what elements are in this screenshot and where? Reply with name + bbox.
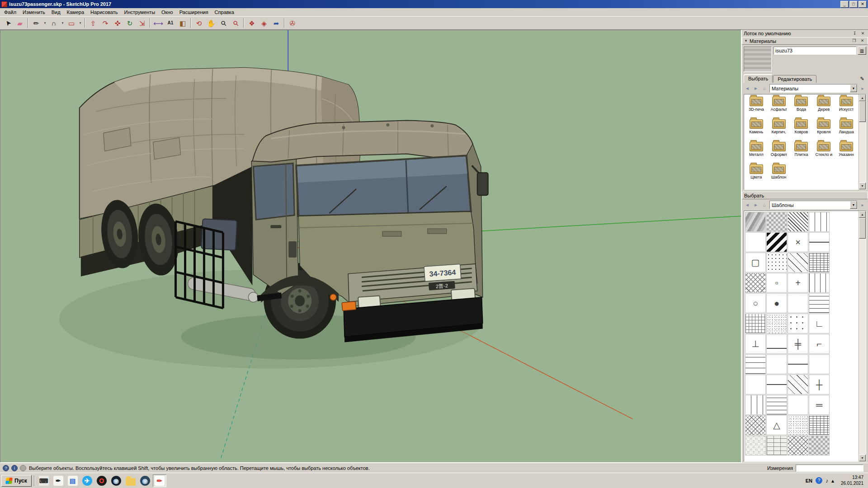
extension-tool-button[interactable]: ✇: [287, 18, 298, 29]
rectangle-dropdown-arrow[interactable]: ▾: [78, 18, 83, 29]
scale-tool-button[interactable]: ⇲: [136, 18, 148, 29]
patterns-scroll-up-icon[interactable]: ▲: [859, 211, 866, 218]
material-folder[interactable]: Вода: [790, 95, 813, 118]
hidden-icons-chevron[interactable]: ▴: [831, 478, 834, 484]
scroll-down-icon[interactable]: ▼: [859, 183, 866, 189]
menu-item-Нарисовать[interactable]: Нарисовать: [87, 9, 121, 16]
material-folder[interactable]: Металл: [745, 141, 768, 163]
notes-app-taskbar-button[interactable]: ▤: [66, 474, 80, 487]
select-tool-button[interactable]: ➤: [2, 18, 14, 29]
material-folder[interactable]: Шаблон: [768, 163, 790, 186]
materials-panel-header[interactable]: ▼ Материалы ❐ ✕: [742, 37, 868, 45]
pattern-swatch[interactable]: [809, 273, 830, 293]
start-button[interactable]: Пуск: [1, 475, 32, 487]
dropdown-arrow-icon[interactable]: ▼: [850, 84, 857, 92]
menu-item-Вид[interactable]: Вид: [48, 9, 64, 16]
pattern-swatch[interactable]: [766, 232, 787, 252]
material-folder[interactable]: Плитка: [790, 141, 813, 163]
arc-tool-button[interactable]: ∩: [48, 18, 60, 29]
orbit-tool-button[interactable]: ⟲: [193, 18, 205, 29]
info-status-icon[interactable]: i: [11, 465, 18, 471]
pattern-swatch[interactable]: ⌐: [809, 334, 830, 354]
menu-item-Файл[interactable]: Файл: [1, 9, 19, 16]
pattern-swatch[interactable]: ╪: [788, 334, 808, 354]
pattern-swatch[interactable]: [745, 436, 766, 455]
material-preview[interactable]: [744, 47, 772, 72]
eraser-tool-button[interactable]: ▰: [14, 18, 26, 29]
material-folder[interactable]: Ландша: [835, 118, 858, 141]
material-folder[interactable]: Искусст: [835, 95, 858, 118]
file-explorer-taskbar-button[interactable]: ⌨: [37, 474, 51, 487]
material-folder[interactable]: Кирпич,: [768, 118, 790, 141]
help-tray-icon[interactable]: ?: [816, 477, 822, 484]
pattern-swatch[interactable]: ⊥: [745, 334, 766, 354]
material-folder[interactable]: Асфальт: [768, 95, 790, 118]
pattern-swatch[interactable]: [788, 436, 808, 455]
select-panel-header[interactable]: Выбрать: [742, 192, 868, 199]
steam-2-taskbar-button[interactable]: ◉: [138, 474, 152, 487]
pattern-swatch[interactable]: +: [788, 273, 808, 293]
menu-item-Расширения[interactable]: Расширения: [176, 9, 212, 16]
templates-forward-button[interactable]: ►: [752, 202, 760, 209]
follow-me-tool-button[interactable]: ↷: [99, 18, 111, 29]
paint-bucket-tool-button[interactable]: ◧: [177, 18, 189, 29]
material-name-input[interactable]: [774, 47, 856, 55]
templates-details-button[interactable]: ▸: [859, 202, 866, 209]
pattern-swatch[interactable]: [766, 436, 787, 455]
templates-collection-dropdown[interactable]: Шаблоны ▼: [769, 201, 858, 209]
pattern-swatch[interactable]: [788, 212, 808, 232]
pattern-swatch[interactable]: [745, 212, 766, 232]
scroll-up-icon[interactable]: ▲: [859, 94, 866, 101]
pattern-swatch[interactable]: [766, 395, 787, 415]
menu-item-Справка[interactable]: Справка: [212, 9, 237, 16]
volume-icon[interactable]: ♪: [826, 478, 828, 484]
secondary-pane-button[interactable]: ▥: [858, 47, 866, 55]
menu-item-Изменить[interactable]: Изменить: [19, 9, 48, 16]
pattern-swatch[interactable]: [745, 375, 766, 394]
zoom-extents-tool-button[interactable]: ⚲: [230, 18, 241, 29]
tab-select[interactable]: Выбрать: [744, 74, 773, 83]
close-button[interactable]: ✕: [859, 1, 867, 8]
templates-back-button[interactable]: ◄: [744, 202, 751, 209]
file-folder-taskbar-button[interactable]: [124, 474, 137, 487]
material-folder[interactable]: Камень: [745, 118, 768, 141]
material-folder[interactable]: Цвета: [745, 163, 768, 186]
menu-item-Инструменты[interactable]: Инструменты: [121, 9, 158, 16]
pattern-swatch[interactable]: △: [766, 415, 787, 435]
measurements-input[interactable]: [796, 465, 863, 472]
menu-item-Камера[interactable]: Камера: [64, 9, 87, 16]
maximize-button[interactable]: □: [849, 1, 858, 8]
export-tool-button[interactable]: ➦: [270, 18, 282, 29]
pattern-swatch[interactable]: [766, 212, 787, 232]
home-button[interactable]: ⌂: [761, 85, 768, 92]
pattern-swatch[interactable]: ×: [788, 232, 808, 252]
templates-home-button[interactable]: ⌂: [761, 202, 768, 209]
materials-scrollbar[interactable]: ▲ ▼: [859, 94, 866, 189]
forward-button[interactable]: ►: [752, 85, 760, 92]
minimize-button[interactable]: _: [840, 1, 849, 8]
pattern-swatch[interactable]: [766, 314, 787, 333]
text-tool-button[interactable]: A1: [165, 18, 176, 29]
tray-pin-icon[interactable]: ↧: [851, 31, 858, 37]
patterns-scrollbar[interactable]: ▲ ▼: [859, 211, 866, 461]
push-pull-tool-button[interactable]: ⇧: [87, 18, 99, 29]
pattern-swatch[interactable]: [766, 334, 787, 354]
details-button[interactable]: ▸: [859, 85, 866, 92]
panel-close-icon[interactable]: ✕: [859, 38, 866, 44]
line-tool-button[interactable]: ✏: [30, 18, 42, 29]
pattern-swatch[interactable]: ●: [766, 293, 787, 313]
pattern-swatch[interactable]: [788, 354, 808, 374]
pattern-swatch[interactable]: [745, 395, 766, 415]
pattern-swatch[interactable]: [809, 293, 830, 313]
rectangle-tool-button[interactable]: ▭: [66, 18, 77, 29]
material-folder[interactable]: Стекло и: [812, 141, 835, 163]
pattern-swatch[interactable]: [745, 273, 766, 293]
section-display-tool-button[interactable]: ◈: [258, 18, 270, 29]
pan-tool-button[interactable]: ✋: [205, 18, 217, 29]
material-folder[interactable]: Ковров: [790, 118, 813, 141]
back-button[interactable]: ◄: [744, 85, 751, 92]
pattern-swatch[interactable]: ▢: [745, 253, 766, 272]
materials-collection-dropdown[interactable]: Материалы ▼: [769, 84, 858, 93]
pattern-swatch[interactable]: ═: [809, 395, 830, 415]
material-folder[interactable]: Указанн: [835, 141, 858, 163]
